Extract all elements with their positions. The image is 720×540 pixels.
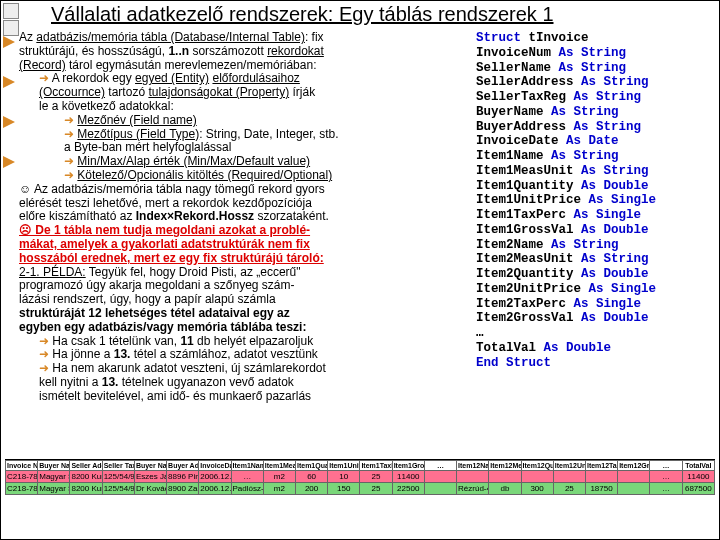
table-cell: 11400 bbox=[682, 471, 714, 483]
t: hosszából erednek, mert ez egy fix struk… bbox=[19, 252, 459, 266]
table-cell: m2 bbox=[263, 471, 295, 483]
t: tartozó bbox=[105, 85, 148, 99]
table-cell bbox=[618, 483, 650, 495]
c: Item1Name bbox=[476, 149, 551, 163]
t: struktúráját 12 lehetséges tétel adataiv… bbox=[19, 306, 290, 320]
c: As String bbox=[551, 238, 619, 252]
table-header: Buyer Name bbox=[134, 461, 166, 471]
table-cell: C218-786 bbox=[6, 471, 38, 483]
table-cell bbox=[424, 483, 456, 495]
c: As String bbox=[581, 252, 649, 266]
t: rekordokat bbox=[267, 44, 324, 58]
t: tételnek ugyanazon vevő adatok bbox=[118, 375, 293, 389]
t: elérését teszi lehetővé, mert a rekordok… bbox=[19, 197, 459, 211]
table-header: Item12GrossVal bbox=[618, 461, 650, 471]
table-cell: 300 bbox=[521, 483, 553, 495]
t: Min/Max/Alap érték (Min/Max/Default valu… bbox=[77, 154, 310, 168]
table-cell: 11400 bbox=[392, 471, 424, 483]
table-cell: 200 bbox=[295, 483, 327, 495]
c: SellerName bbox=[476, 61, 559, 75]
table-cell: 60 bbox=[295, 471, 327, 483]
t: ☹ De 1 tábla nem tudja megoldani azokat … bbox=[19, 224, 459, 238]
t: (Record) bbox=[19, 58, 66, 72]
table-cell bbox=[489, 471, 521, 483]
c: As Double bbox=[581, 311, 649, 325]
c: SellerAddress bbox=[476, 75, 581, 89]
t: tétel a számlához, adatot vesztünk bbox=[130, 347, 317, 361]
table-cell bbox=[553, 471, 585, 483]
t: tárol egymásután merevlemezen/memóriában… bbox=[66, 58, 317, 72]
c: SellerTaxReg bbox=[476, 90, 574, 104]
table-cell: m2 bbox=[263, 483, 295, 495]
bullet-icon: ➜ bbox=[64, 113, 77, 127]
table-cell: db bbox=[489, 483, 521, 495]
table-row: C218-786Magyar Szőnyeg Zrt8200 Kunfi Pet… bbox=[6, 483, 715, 495]
c: As String bbox=[574, 120, 642, 134]
c: As Double bbox=[581, 267, 649, 281]
table-cell: 2006.12.06 bbox=[199, 483, 231, 495]
table-cell: 8900 Zala- bbox=[167, 483, 199, 495]
t: 13. bbox=[114, 347, 131, 361]
t: adatbázis/memória tábla (Database/Intern… bbox=[36, 30, 305, 44]
c: As Double bbox=[544, 341, 612, 355]
table-header: Buyer Address bbox=[167, 461, 199, 471]
table-cell: Padlósz- bbox=[231, 483, 263, 495]
c: Item1MeasUnit bbox=[476, 164, 581, 178]
corner-icons bbox=[3, 3, 18, 37]
table-cell: Magyar Szőnyeg Zrt bbox=[38, 471, 70, 483]
c: BuyerAddress bbox=[476, 120, 574, 134]
table-cell bbox=[618, 471, 650, 483]
c: As Single bbox=[589, 193, 657, 207]
table-header: Item12Name bbox=[457, 461, 489, 471]
table-cell: Rézrúd-4m bbox=[457, 483, 489, 495]
c: As String bbox=[551, 105, 619, 119]
c: As Single bbox=[574, 297, 642, 311]
c: As String bbox=[581, 164, 649, 178]
t: egyed (Entity) bbox=[135, 71, 209, 85]
t: Ha jönne a bbox=[52, 347, 113, 361]
table-cell: 2006.12.06 bbox=[199, 471, 231, 483]
table-cell: 150 bbox=[328, 483, 360, 495]
t: tulajdonságokat (Property) bbox=[148, 85, 289, 99]
table-cell: 10 bbox=[328, 471, 360, 483]
t: Tegyük fel, hogy Droid Pisti, az „eccerű… bbox=[86, 265, 301, 279]
table-cell: 8200 Kunfi Pető u.87 bbox=[70, 483, 102, 495]
t: Az bbox=[19, 30, 36, 44]
table-header: Item12MeasUnit bbox=[489, 461, 521, 471]
table-cell: C218-786 bbox=[6, 483, 38, 495]
c: InvoiceNum bbox=[476, 46, 559, 60]
t: Index×Rekord.Hossz bbox=[136, 209, 254, 223]
table-cell: Magyar Szőnyeg Zrt bbox=[38, 483, 70, 495]
table-header: Invoice Num bbox=[6, 461, 38, 471]
c: As String bbox=[574, 90, 642, 104]
table-header: Seller TaxReg bbox=[102, 461, 134, 471]
table-header: Item1MeasUnit bbox=[263, 461, 295, 471]
code-column: Struct tInvoice InvoiceNum As String Sel… bbox=[476, 31, 714, 370]
table-header: Buyer Name bbox=[38, 461, 70, 471]
t: sorszámozott bbox=[189, 44, 267, 58]
table-cell: 22500 bbox=[392, 483, 424, 495]
text-column: Az adatbázis/memória tábla (Database/Int… bbox=[19, 31, 459, 404]
table-cell: … bbox=[231, 471, 263, 483]
t: Ha csak 1 tételünk van, bbox=[52, 334, 180, 348]
table-cell: Dr Kovács bbox=[134, 483, 166, 495]
c: … bbox=[476, 326, 714, 341]
c: InvoiceDate bbox=[476, 134, 566, 148]
c: Item2TaxPerc bbox=[476, 297, 574, 311]
c: As String bbox=[551, 149, 619, 163]
table-cell: 25 bbox=[360, 471, 392, 483]
c: Item2MeasUnit bbox=[476, 252, 581, 266]
table-header: Item1Quantity bbox=[295, 461, 327, 471]
t: db helyét elpazaroljuk bbox=[194, 334, 313, 348]
t: 2-1. PÉLDA: bbox=[19, 265, 86, 279]
t: előfordulásaihoz bbox=[212, 71, 299, 85]
table-cell: 8200 Kunfi Pető u.87 bbox=[70, 471, 102, 483]
bullet-icon: ➜ bbox=[64, 154, 77, 168]
c: As Date bbox=[566, 134, 619, 148]
table-header: Item1UnitPrice bbox=[328, 461, 360, 471]
table-header: Item12TaxPerc bbox=[585, 461, 617, 471]
table-header: InvoiceDate bbox=[199, 461, 231, 471]
c: End Struct bbox=[476, 356, 551, 370]
slide-page: Vállalati adatkezelő rendszerek: Egy táb… bbox=[0, 0, 720, 540]
c: Item1UnitPrice bbox=[476, 193, 589, 207]
